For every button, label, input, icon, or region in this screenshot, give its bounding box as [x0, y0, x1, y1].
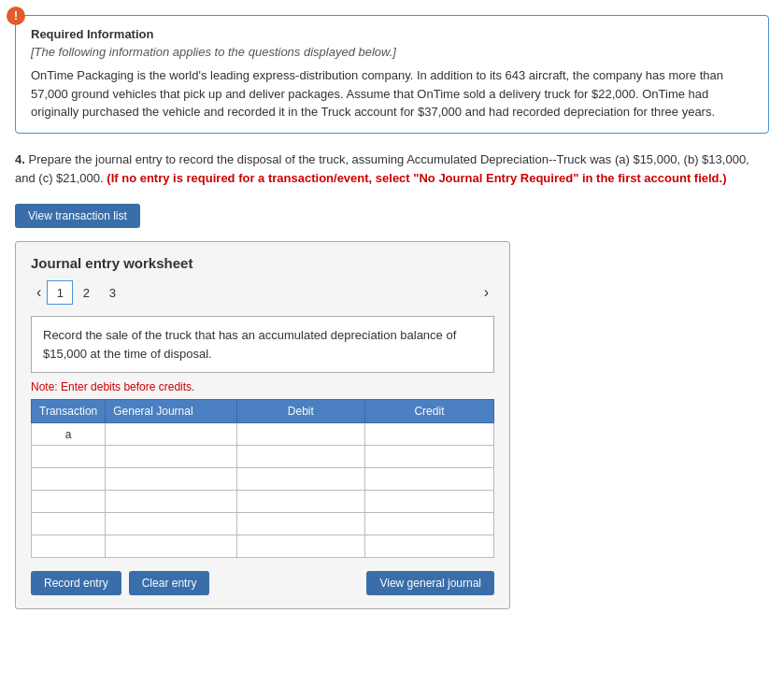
- view-transaction-btn-wrapper: View transaction list: [15, 204, 769, 228]
- debit-cell[interactable]: [236, 535, 364, 558]
- general-journal-cell[interactable]: [106, 513, 237, 535]
- general-journal-cell[interactable]: [106, 446, 237, 468]
- credit-input[interactable]: [369, 517, 490, 532]
- view-general-journal-button[interactable]: View general journal: [366, 571, 494, 595]
- table-row: [32, 513, 494, 535]
- col-general-journal-header: General Journal: [106, 400, 237, 423]
- debit-input[interactable]: [241, 472, 361, 487]
- credit-cell[interactable]: [364, 491, 493, 513]
- table-row: [32, 491, 494, 513]
- debit-input[interactable]: [241, 517, 361, 532]
- credit-cell[interactable]: [364, 535, 493, 558]
- col-credit-header: Credit: [364, 400, 493, 423]
- note-text: Note: Enter debits before credits.: [31, 380, 494, 393]
- page-next-button[interactable]: ›: [478, 282, 494, 303]
- view-transaction-button[interactable]: View transaction list: [15, 204, 140, 228]
- description-box: Record the sale of the truck that has an…: [31, 316, 494, 373]
- credit-input[interactable]: [369, 539, 490, 554]
- general-journal-input[interactable]: [109, 472, 233, 487]
- btn-group-left: Record entry Clear entry: [31, 571, 209, 595]
- question-section: 4. Prepare the journal entry to record t…: [15, 150, 769, 190]
- question-text: Prepare the journal entry to record the …: [28, 152, 614, 166]
- journal-table: Transaction General Journal Debit Credit…: [31, 399, 494, 558]
- debit-input[interactable]: [241, 427, 361, 442]
- page-3-button[interactable]: 3: [99, 280, 125, 305]
- record-entry-button[interactable]: Record entry: [31, 571, 121, 595]
- credit-cell[interactable]: [364, 423, 493, 446]
- debit-input[interactable]: [241, 494, 361, 509]
- table-row: a: [32, 423, 494, 446]
- credit-cell[interactable]: [364, 446, 493, 468]
- credit-input[interactable]: [369, 427, 490, 442]
- required-info-subtitle: [The following information applies to th…: [31, 45, 753, 59]
- page-2-button[interactable]: 2: [73, 280, 99, 305]
- general-journal-cell[interactable]: [106, 468, 237, 491]
- question-red-text: (If no entry is required for a transacti…: [107, 171, 726, 185]
- table-row: [32, 535, 494, 558]
- required-info-box: ! Required Information [The following in…: [15, 15, 769, 134]
- transaction-cell: a: [32, 423, 106, 446]
- debit-input[interactable]: [241, 539, 361, 554]
- debit-cell[interactable]: [236, 423, 364, 446]
- journal-entry-worksheet-panel: Journal entry worksheet ‹ 1 2 3 › Record…: [15, 241, 510, 609]
- worksheet-title: Journal entry worksheet: [31, 255, 494, 271]
- pagination: ‹ 1 2 3 ›: [31, 280, 494, 305]
- general-journal-input[interactable]: [109, 517, 233, 532]
- general-journal-cell[interactable]: [106, 423, 237, 446]
- page-prev-button[interactable]: ‹: [31, 282, 47, 303]
- general-journal-input[interactable]: [109, 539, 233, 554]
- transaction-cell: [32, 468, 106, 491]
- col-debit-header: Debit: [236, 400, 364, 423]
- transaction-cell: [32, 513, 106, 535]
- table-row: [32, 468, 494, 491]
- required-info-body: OnTime Packaging is the world's leading …: [31, 66, 753, 121]
- info-icon: !: [7, 7, 25, 25]
- question-number: 4.: [15, 152, 25, 166]
- debit-input[interactable]: [241, 450, 361, 464]
- general-journal-cell[interactable]: [106, 491, 237, 513]
- debit-cell[interactable]: [236, 491, 364, 513]
- transaction-cell: [32, 446, 106, 468]
- general-journal-input[interactable]: [109, 450, 233, 464]
- required-info-title: Required Information: [31, 27, 753, 41]
- transaction-cell: [32, 491, 106, 513]
- credit-input[interactable]: [369, 450, 490, 464]
- debit-cell[interactable]: [236, 468, 364, 491]
- col-transaction-header: Transaction: [32, 400, 106, 423]
- clear-entry-button[interactable]: Clear entry: [129, 571, 210, 595]
- transaction-cell: [32, 535, 106, 558]
- debit-cell[interactable]: [236, 446, 364, 468]
- credit-cell[interactable]: [364, 513, 493, 535]
- table-row: [32, 446, 494, 468]
- general-journal-cell[interactable]: [106, 535, 237, 558]
- debit-cell[interactable]: [236, 513, 364, 535]
- general-journal-input[interactable]: [109, 494, 233, 509]
- page-1-button[interactable]: 1: [47, 280, 73, 305]
- general-journal-input[interactable]: [109, 427, 233, 442]
- credit-input[interactable]: [369, 472, 490, 487]
- credit-cell[interactable]: [364, 468, 493, 491]
- bottom-buttons: Record entry Clear entry View general jo…: [31, 571, 494, 595]
- credit-input[interactable]: [369, 494, 490, 509]
